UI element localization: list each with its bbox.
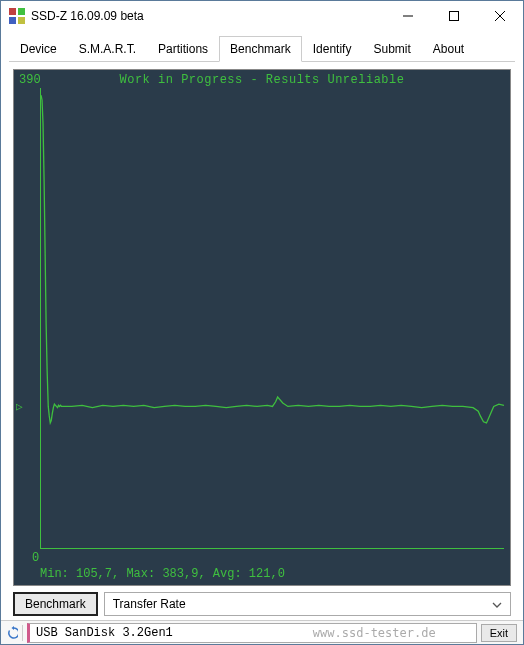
tab-device[interactable]: Device (9, 36, 68, 62)
watermark-text: www.ssd-tester.de (313, 626, 436, 640)
benchmark-chart: Work in Progress - Results Unreliable 39… (13, 69, 511, 586)
refresh-icon[interactable] (7, 625, 23, 641)
benchmark-button[interactable]: Benchmark (13, 592, 98, 616)
y-axis-max: 390 (19, 73, 41, 87)
app-window: SSD-Z 16.09.09 beta DeviceS.M.A.R.T.Part… (0, 0, 524, 645)
chart-stats: Min: 105,7, Max: 383,9, Avg: 121,0 (40, 567, 285, 581)
maximize-button[interactable] (431, 1, 477, 31)
svg-rect-1 (450, 12, 459, 21)
current-position-marker: ▷ (16, 400, 23, 413)
close-button[interactable] (477, 1, 523, 31)
tab-benchmark[interactable]: Benchmark (219, 36, 302, 62)
app-icon (9, 8, 25, 24)
close-icon (495, 11, 505, 21)
tab-about[interactable]: About (422, 36, 475, 62)
benchmark-mode-dropdown[interactable]: Transfer Rate (104, 592, 511, 616)
drive-label: USB SanDisk 3.2Gen1 (36, 626, 173, 640)
tab-identify[interactable]: Identify (302, 36, 363, 62)
statusbar: USB SanDisk 3.2Gen1 www.ssd-tester.de Ex… (1, 620, 523, 644)
tab-partitions[interactable]: Partitions (147, 36, 219, 62)
maximize-icon (449, 11, 459, 21)
benchmark-controls: Benchmark Transfer Rate (13, 592, 511, 616)
window-title: SSD-Z 16.09.09 beta (31, 9, 385, 23)
tab-submit[interactable]: Submit (362, 36, 421, 62)
chevron-down-icon (492, 597, 502, 611)
titlebar[interactable]: SSD-Z 16.09.09 beta (1, 1, 523, 31)
exit-button[interactable]: Exit (481, 624, 517, 642)
chart-plot-area (40, 88, 504, 549)
tab-smart[interactable]: S.M.A.R.T. (68, 36, 147, 62)
chart-title: Work in Progress - Results Unreliable (14, 73, 510, 87)
minimize-icon (403, 11, 413, 21)
svg-marker-4 (12, 626, 15, 630)
window-controls (385, 1, 523, 31)
benchmark-panel: Work in Progress - Results Unreliable 39… (1, 63, 523, 620)
tab-strip: DeviceS.M.A.R.T.PartitionsBenchmarkIdent… (1, 31, 523, 62)
dropdown-selected-label: Transfer Rate (113, 597, 186, 611)
minimize-button[interactable] (385, 1, 431, 31)
y-axis-min: 0 (32, 551, 39, 565)
drive-selector[interactable]: USB SanDisk 3.2Gen1 www.ssd-tester.de (27, 623, 477, 643)
